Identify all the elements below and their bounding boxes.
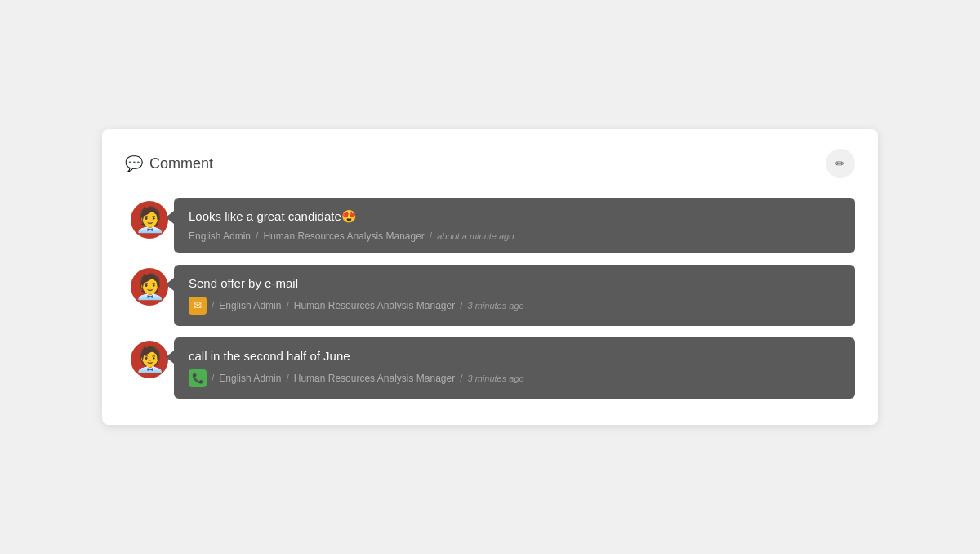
comment-text: Send offer by e-mail [189, 276, 840, 290]
comment-meta: English Admin / Human Resources Analysis… [189, 230, 840, 242]
comment-text: call in the second half of June [189, 349, 840, 363]
comment-meta: 📞 / English Admin / Human Resources Anal… [189, 369, 840, 387]
comment-bubble: Looks like a great candidate😍 English Ad… [174, 198, 855, 253]
comment-bubble: Send offer by e-mail ✉ / English Admin /… [174, 265, 855, 326]
phone-icon: 📞 [189, 369, 207, 387]
comment-time: about a minute ago [437, 231, 514, 241]
avatar: 🧑‍💼 [131, 268, 168, 306]
pencil-icon: ✏ [835, 157, 845, 170]
comment-row: 🧑‍💼 Send offer by e-mail ✉ / English Adm… [125, 265, 855, 326]
avatar: 🧑‍💼 [131, 341, 168, 378]
avatar-image: 🧑‍💼 [135, 347, 165, 372]
comment-author: English Admin [189, 230, 251, 242]
comment-card: 💬 Comment ✏ 🧑‍💼 Looks like a great candi… [102, 129, 878, 425]
separator: / [286, 300, 288, 311]
separator: / [212, 300, 214, 311]
avatar-image: 🧑‍💼 [135, 275, 165, 299]
comment-row: 🧑‍💼 call in the second half of June 📞 / … [125, 337, 855, 399]
avatar-image: 🧑‍💼 [135, 208, 165, 232]
email-icon: ✉ [189, 297, 207, 315]
comments-list: 🧑‍💼 Looks like a great candidate😍 Englis… [125, 198, 855, 399]
separator: / [212, 373, 214, 384]
separator: / [430, 230, 432, 242]
edit-button[interactable]: ✏ [826, 149, 855, 178]
comment-author: English Admin [219, 300, 281, 311]
separator: / [256, 230, 258, 242]
comment-row: 🧑‍💼 Looks like a great candidate😍 Englis… [125, 198, 855, 253]
comment-bubble: call in the second half of June 📞 / Engl… [174, 337, 855, 399]
card-title: Comment [149, 155, 213, 172]
separator: / [460, 300, 462, 311]
comment-section-icon: 💬 [125, 154, 143, 172]
separator: / [460, 373, 462, 384]
separator: / [286, 373, 288, 384]
comment-time: 3 minutes ago [468, 373, 524, 383]
comment-text: Looks like a great candidate😍 [189, 209, 840, 224]
card-header: 💬 Comment ✏ [125, 149, 855, 178]
comment-time: 3 minutes ago [468, 301, 524, 311]
comment-department: Human Resources Analysis Manager [263, 230, 424, 242]
comment-department: Human Resources Analysis Manager [294, 373, 455, 384]
avatar: 🧑‍💼 [131, 201, 168, 239]
card-title-area: 💬 Comment [125, 154, 213, 172]
comment-author: English Admin [219, 373, 281, 384]
comment-meta: ✉ / English Admin / Human Resources Anal… [189, 297, 840, 315]
comment-department: Human Resources Analysis Manager [294, 300, 455, 311]
